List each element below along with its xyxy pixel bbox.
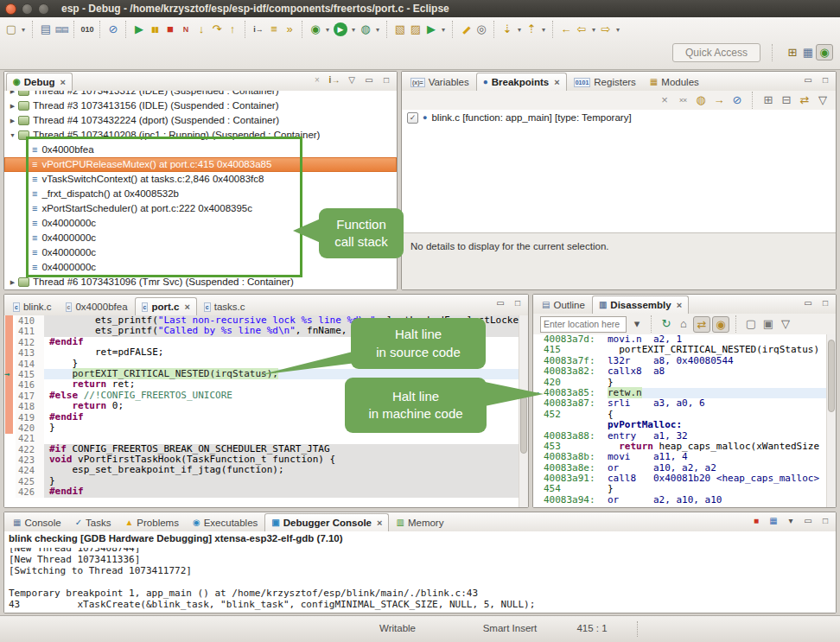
editor-line[interactable]: 424 esp_set_breakpoint_if_jtag(function)… [4,465,519,475]
minimize-icon[interactable]: ▭ [493,296,508,310]
debug-frame-row[interactable]: ≡vTaskSwitchContext() at tasks.c:2,846 0… [4,172,397,187]
resume-icon[interactable]: ▶ [131,21,147,38]
back-history-icon[interactable]: ⇦ [574,21,589,38]
editor-scrollbar[interactable] [519,315,528,507]
remove-breakpoint-icon[interactable]: × [657,92,672,109]
disassembly-line[interactable]: 40083a82:callx8 a8 [533,366,827,377]
suspend-icon[interactable]: ▮▮ [147,21,162,38]
new-view-icon[interactable]: ▢ [743,315,759,333]
back-history-dropdown-icon[interactable]: ▾ [589,26,598,34]
debug-perspective-icon[interactable]: ◉ [816,44,833,60]
disassembly-line[interactable]: 40083a91:call8 0x40081b20 <heap_caps_mal… [533,474,827,484]
debug-thread-row[interactable]: ▶Thread #3 1073413156 (IDLE) (Suspended … [4,99,397,113]
tab-close-icon[interactable]: × [554,77,559,87]
disconnect-icon[interactable]: N [178,21,194,38]
tab-memory[interactable]: ▥Memory [389,513,450,531]
debug-thread-row[interactable]: ▼Thread #5 1073410208 (ipc1 : Running) (… [4,128,397,143]
tab-close-icon[interactable]: × [377,518,382,528]
collapse-all-icon[interactable]: ⊟ [779,92,794,109]
external-tools-dropdown-icon[interactable]: ▾ [439,26,448,34]
tab-blink-c[interactable]: cblink.c [6,297,59,315]
track-expression-icon[interactable]: ◉ [712,316,729,333]
forward-history-dropdown-icon[interactable]: ▾ [614,26,622,34]
window-minimize-icon[interactable] [22,3,33,15]
view-menu-icon[interactable]: ▽ [778,315,793,333]
skip-all-breakpoints-icon[interactable]: ⊘ [105,21,121,38]
chevron-collapsed-icon[interactable]: ▶ [8,99,17,113]
pin-view-icon[interactable]: ▣ [760,315,776,333]
last-edit-location-icon[interactable]: ⇣ [500,21,515,38]
tab-variables[interactable]: (x)=Variables [404,73,476,91]
remove-all-terminated-icon[interactable]: × [309,73,325,87]
chevron-collapsed-icon[interactable]: ▶ [8,275,17,289]
minimize-icon[interactable]: ▭ [800,73,816,87]
run-dropdown-icon[interactable]: ▾ [349,26,358,34]
disassembly-line[interactable]: 40083a94:or a2, a10, a10 [533,495,827,505]
display-selected-console-icon[interactable]: ▦ [766,514,781,528]
window-close-icon[interactable] [5,3,16,15]
maximize-icon[interactable]: □ [379,73,394,87]
tab-close-icon[interactable]: × [60,77,66,87]
debug-frame-row[interactable]: ≡0x4000bfea [4,143,397,157]
open-perspective-icon[interactable]: ⊞ [785,44,800,61]
minimize-icon[interactable]: ▭ [800,514,816,528]
tab-tasks[interactable]: ✓Tasks [68,513,118,531]
external-tools-icon[interactable]: ▶ [423,21,439,38]
back-to-last-edit-icon[interactable]: ← [558,21,574,38]
debug-dropdown-icon[interactable]: ▾ [323,26,332,34]
view-menu-icon[interactable]: ▽ [344,73,360,87]
chevron-expanded-icon[interactable]: ▼ [8,128,17,143]
skip-all-breakpoints-icon[interactable]: ⊘ [729,92,745,109]
breakpoints-list[interactable]: ✓ ● blink.c [function: app_main] [type: … [402,110,836,232]
tab-outline[interactable]: ▤Outline [535,296,592,314]
debug-frame-row[interactable]: ≡_frxt_dispatch() at 0x4008532b [4,187,397,201]
instruction-stepping-mode-icon[interactable]: » [282,21,297,38]
tab-tasks-c[interactable]: ctasks.c [197,297,252,315]
run-icon[interactable]: ▶ [334,22,347,36]
console-output[interactable]: [New Thread 1073408744][New Thread 10734… [4,548,836,613]
binary-console-icon[interactable]: 010 [80,21,95,38]
minimize-icon[interactable]: ▭ [800,296,816,310]
debug-launch-tree[interactable]: ▶Thread #2 1073413312 (IDLE) (Suspended … [4,91,397,289]
next-annotation-dropdown-icon[interactable]: ▾ [539,26,548,34]
step-over-icon[interactable]: ↷ [209,21,225,38]
profile-dropdown-icon[interactable]: ▾ [373,26,382,34]
terminate-icon[interactable]: ■ [162,21,178,38]
tab-disassembly[interactable]: ▥Disassembly× [592,296,689,314]
breakpoint-checkbox[interactable]: ✓ [407,112,418,124]
tab-debug[interactable]: ◉Debug× [6,73,73,91]
last-edit-location-dropdown-icon[interactable]: ▾ [515,26,524,34]
maximize-icon[interactable]: □ [818,296,833,310]
home-icon[interactable]: ⌂ [676,315,691,333]
terminate-icon[interactable]: ■ [748,514,764,528]
open-element-icon[interactable]: ▧ [392,21,408,38]
disassembly-line[interactable]: 40083a87:srli a3, a0, 6 [533,398,827,409]
chevron-collapsed-icon[interactable]: ▶ [8,91,17,99]
refresh-icon[interactable]: ↻ [659,315,674,333]
tab-debugger-console[interactable]: ▣Debugger Console× [264,513,389,531]
instruction-stepping-icon[interactable]: i→ [327,73,342,87]
save-icon[interactable]: ▤ [38,21,54,38]
save-all-icon[interactable]: ▤▤ [54,21,69,38]
tab-registers[interactable]: 0101Registers [567,73,643,91]
view-menu-icon[interactable]: ▽ [815,92,830,109]
tab-executables[interactable]: ◉Executables [186,513,264,531]
console-dropdown-icon[interactable]: ▾ [783,514,799,528]
disassembly-listing[interactable]: → 40083a7d:movi.n a2, 1415 portEXIT_CRIT… [533,334,827,507]
debug-frame-row[interactable]: ≡vPortCPUReleaseMutex() at port.c:415 0x… [4,157,397,172]
use-step-filters-icon[interactable]: ≡ [266,21,282,38]
breakpoint-row[interactable]: ✓ ● blink.c [function: app_main] [type: … [402,110,836,125]
expand-all-icon[interactable]: ⊞ [760,92,776,109]
go-to-file-icon[interactable]: → [711,92,727,109]
maximize-icon[interactable]: □ [818,73,833,87]
editor-line[interactable]: 426#endif [4,486,519,497]
chevron-collapsed-icon[interactable]: ▶ [8,113,17,128]
open-task-icon[interactable]: ▨ [408,21,423,38]
disassembly-scrollbar-thumb[interactable] [828,340,835,412]
window-maximize-icon[interactable] [38,3,49,15]
tab-port-c[interactable]: cport.c× [135,297,197,315]
tab-breakpoints[interactable]: ●Breakpoints× [476,73,567,91]
tab-console[interactable]: ▦Console [6,513,68,531]
instruction-step-icon[interactable]: i→ [251,21,266,38]
forward-history-icon[interactable]: ⇨ [598,21,614,38]
